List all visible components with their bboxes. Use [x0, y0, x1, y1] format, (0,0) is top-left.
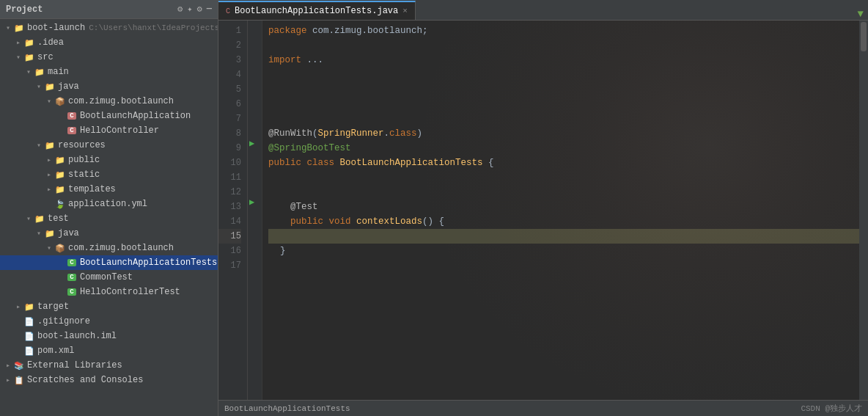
tree-label: application.yml	[68, 199, 147, 209]
tree-item-boot-launch-tests[interactable]: C BootLaunchApplicationTests	[0, 255, 218, 270]
code-line: @RunWith(SpringRunner.class)	[268, 126, 859, 141]
tree-item-scratches[interactable]: ▸ 📋 Scratches and Consoles	[0, 373, 218, 387]
tree-item-src[interactable]: ▾ 📁 src	[0, 50, 218, 65]
pom-icon: 📄	[23, 345, 35, 357]
code-line: public class BootLaunchApplicationTests …	[268, 156, 859, 170]
code-line	[268, 170, 859, 185]
tree-item-templates[interactable]: ▸ 📁 templates	[0, 182, 218, 197]
tree-item-boot-launch[interactable]: ▾ 📁 boot-launch C:\Users\hanxt\IdeaProje…	[0, 21, 218, 35]
tab-close-button[interactable]: ×	[402, 7, 408, 15]
folder-blue-icon: 📁	[44, 227, 56, 239]
config-icon[interactable]: ⚙	[197, 4, 202, 15]
code-editor[interactable]: package com.zimug.bootlaunch; import ...…	[262, 21, 859, 400]
folder-icon: 📁	[13, 22, 25, 34]
java-test-class-icon: C	[66, 286, 78, 298]
tree-label: pom.xml	[37, 346, 74, 356]
tree-item-target[interactable]: ▸ 📁 target	[0, 299, 218, 314]
code-line	[268, 82, 859, 97]
tree-arrow: ▾	[34, 82, 44, 91]
tree-label: boot-launch.iml	[37, 331, 117, 341]
tree-arrow: ▾	[23, 214, 34, 223]
code-line: public void contextLoads() {	[268, 214, 859, 229]
folder-icon: 📁	[54, 169, 66, 180]
tree-arrow: ▾	[13, 53, 23, 62]
tree-item-main[interactable]: ▾ 📁 main	[0, 65, 218, 79]
editor-tab-active[interactable]: C BootLaunchApplicationTests.java ×	[218, 1, 416, 20]
tree-arrow: ▾	[34, 141, 44, 150]
line-number: 6	[218, 97, 241, 112]
tree-item-idea[interactable]: ▸ 📁 .idea	[0, 35, 218, 50]
gutter-run-icon[interactable]: ▶	[249, 197, 254, 208]
tree-item-pom[interactable]: 📄 pom.xml	[0, 343, 218, 358]
tree-item-gitignore[interactable]: 📄 .gitignore	[0, 314, 218, 329]
tree-item-package-main[interactable]: ▾ 📦 com.zimug.bootlaunch	[0, 94, 218, 109]
tree-item-test[interactable]: ▾ 📁 test	[0, 211, 218, 226]
close-icon[interactable]: —	[207, 4, 212, 15]
editor-scrollbar[interactable]	[859, 21, 868, 400]
tree-item-public[interactable]: ▸ 📁 public	[0, 153, 218, 167]
tree-arrow: ▸	[3, 361, 13, 370]
line-number: 10	[218, 156, 241, 170]
tab-label: BootLaunchApplicationTests.java	[235, 6, 398, 16]
package-icon: 📦	[54, 95, 66, 107]
tree-item-java-main[interactable]: ▾ 📁 java	[0, 79, 218, 94]
tree-label: main	[48, 67, 69, 77]
tree-label: templates	[68, 184, 116, 194]
code-line: }	[268, 244, 859, 258]
tree-item-static[interactable]: ▸ 📁 static	[0, 167, 218, 182]
editor-gutter: ▶ ▶	[248, 21, 262, 400]
line-number: 17	[218, 258, 241, 273]
tree-arrow: ▾	[23, 67, 34, 76]
line-number: 7	[218, 112, 241, 126]
tree-label: java	[58, 81, 79, 92]
tree-label: HelloController	[80, 125, 159, 136]
project-sidebar: Project ⚙ ✦ ⚙ — ▾ 📁 boot-launch C:\Users…	[0, 0, 218, 416]
settings-icon[interactable]: ⚙	[177, 4, 183, 15]
editor-area: C BootLaunchApplicationTests.java × ▼ 1 …	[218, 0, 868, 416]
sidebar-title: Project	[6, 4, 43, 15]
iml-icon: 📄	[23, 330, 35, 342]
gitignore-icon: 📄	[23, 315, 35, 327]
tree-label: Scratches and Consoles	[27, 375, 143, 385]
java-test-class-icon: C	[66, 257, 78, 269]
tree-item-package-test[interactable]: ▾ 📦 com.zimug.bootlaunch	[0, 241, 218, 255]
tree-label: com.zimug.bootlaunch	[68, 243, 174, 253]
tree-item-hello-controller-test[interactable]: C HelloControllerTest	[0, 285, 218, 299]
code-line-highlighted	[268, 229, 859, 244]
tree-label: test	[48, 214, 69, 224]
tab-bar: C BootLaunchApplicationTests.java × ▼	[218, 0, 868, 21]
tree-item-iml[interactable]: 📄 boot-launch.iml	[0, 329, 218, 343]
line-number: 12	[218, 185, 241, 200]
tree-item-resources[interactable]: ▾ 📁 resources	[0, 138, 218, 153]
tree-label: src	[37, 52, 54, 62]
folder-icon: 📁	[54, 183, 66, 195]
line-number: 16	[218, 244, 241, 258]
add-icon[interactable]: ✦	[187, 4, 192, 15]
tree-label: HelloControllerTest	[80, 287, 180, 297]
status-left: BootLaunchApplicationTests	[224, 404, 350, 413]
tree-item-common-test[interactable]: C CommonTest	[0, 270, 218, 285]
tree-item-hello-controller[interactable]: C HelloController	[0, 123, 218, 138]
tree-label: resources	[58, 140, 106, 150]
folder-icon: 📁	[54, 154, 66, 166]
tree-item-external-libs[interactable]: ▸ 📚 External Libraries	[0, 358, 218, 373]
tree-item-boot-launch-app[interactable]: C BootLaunchApplication	[0, 109, 218, 123]
scratches-icon: 📋	[13, 374, 25, 386]
tree-item-application-yml[interactable]: 🍃 application.yml	[0, 197, 218, 211]
editor-status-bar: BootLaunchApplicationTests CSDN @独步人才	[218, 400, 868, 416]
code-line	[268, 67, 859, 82]
tree-label: .idea	[37, 37, 64, 48]
tree-label: java	[58, 228, 79, 238]
tree-arrow: ▾	[34, 229, 44, 238]
line-number: 1	[218, 23, 241, 38]
line-number: 2	[218, 38, 241, 53]
java-class-icon: C	[66, 110, 78, 122]
tree-label: static	[68, 169, 100, 180]
code-line: import ...	[268, 53, 859, 67]
scrollbar-thumb[interactable]	[861, 22, 867, 51]
tree-arrow: ▸	[44, 170, 54, 179]
tree-item-java-test[interactable]: ▾ 📁 java	[0, 226, 218, 241]
line-number: 13	[218, 200, 241, 214]
gutter-run-icon[interactable]: ▶	[249, 138, 254, 149]
folder-icon: 📁	[23, 301, 35, 313]
